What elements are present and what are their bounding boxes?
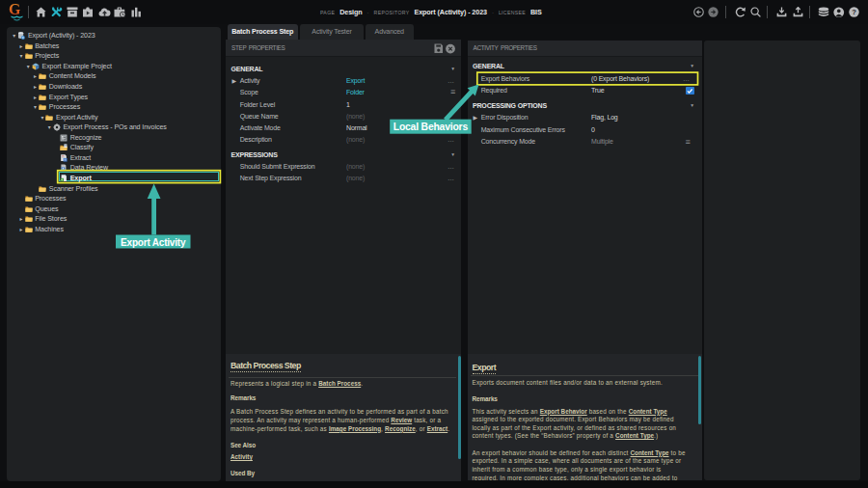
- svg-text:Local Behaviors: Local Behaviors: [393, 122, 469, 132]
- svg-text:Export Activity: Export Activity: [121, 237, 186, 248]
